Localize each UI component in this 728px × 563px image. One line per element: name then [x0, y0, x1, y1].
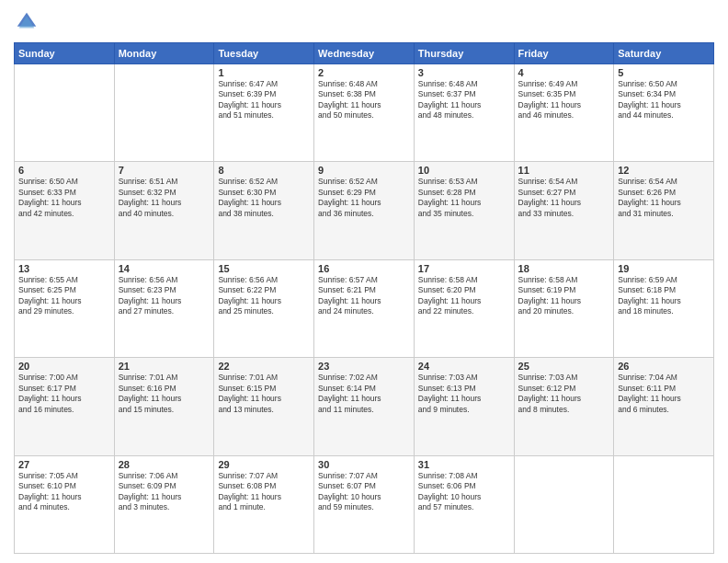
calendar-week-4: 20Sunrise: 7:00 AM Sunset: 6:17 PM Dayli…: [15, 358, 714, 455]
day-number: 5: [618, 67, 710, 78]
day-number: 11: [518, 165, 610, 176]
calendar-cell: [614, 455, 714, 553]
calendar-cell: 31Sunrise: 7:08 AM Sunset: 6:06 PM Dayli…: [414, 455, 514, 553]
day-number: 19: [618, 263, 710, 274]
cell-content: Sunrise: 6:55 AM Sunset: 6:25 PM Dayligh…: [18, 275, 110, 317]
day-number: 20: [18, 361, 110, 372]
day-number: 17: [418, 263, 510, 274]
calendar-cell: 3Sunrise: 6:48 AM Sunset: 6:37 PM Daylig…: [414, 64, 514, 162]
cell-content: Sunrise: 6:51 AM Sunset: 6:32 PM Dayligh…: [119, 177, 210, 219]
calendar-cell: 28Sunrise: 7:06 AM Sunset: 6:09 PM Dayli…: [114, 455, 214, 553]
calendar-header-monday: Monday: [114, 43, 214, 64]
day-number: 22: [218, 361, 310, 372]
calendar-cell: 17Sunrise: 6:58 AM Sunset: 6:20 PM Dayli…: [414, 259, 514, 357]
calendar-cell: 10Sunrise: 6:53 AM Sunset: 6:28 PM Dayli…: [414, 162, 514, 259]
day-number: 30: [318, 459, 410, 470]
cell-content: Sunrise: 6:57 AM Sunset: 6:21 PM Dayligh…: [318, 275, 410, 317]
cell-content: Sunrise: 6:50 AM Sunset: 6:33 PM Dayligh…: [18, 177, 110, 219]
calendar-cell: 27Sunrise: 7:05 AM Sunset: 6:10 PM Dayli…: [15, 455, 115, 553]
calendar-cell: 9Sunrise: 6:52 AM Sunset: 6:29 PM Daylig…: [314, 162, 415, 259]
day-number: 21: [119, 361, 210, 372]
calendar-week-5: 27Sunrise: 7:05 AM Sunset: 6:10 PM Dayli…: [15, 455, 714, 553]
logo: [14, 9, 43, 35]
cell-content: Sunrise: 6:50 AM Sunset: 6:34 PM Dayligh…: [618, 79, 710, 121]
cell-content: Sunrise: 6:58 AM Sunset: 6:19 PM Dayligh…: [518, 275, 610, 317]
calendar-cell: 15Sunrise: 6:56 AM Sunset: 6:22 PM Dayli…: [214, 259, 314, 357]
day-number: 31: [418, 459, 510, 470]
day-number: 6: [18, 165, 110, 176]
day-number: 10: [418, 165, 510, 176]
cell-content: Sunrise: 6:48 AM Sunset: 6:37 PM Dayligh…: [418, 79, 510, 121]
calendar-cell: 7Sunrise: 6:51 AM Sunset: 6:32 PM Daylig…: [114, 162, 214, 259]
cell-content: Sunrise: 7:01 AM Sunset: 6:16 PM Dayligh…: [119, 373, 210, 415]
cell-content: Sunrise: 7:08 AM Sunset: 6:06 PM Dayligh…: [418, 471, 510, 513]
day-number: 15: [218, 263, 310, 274]
calendar-week-2: 6Sunrise: 6:50 AM Sunset: 6:33 PM Daylig…: [15, 162, 714, 259]
calendar-cell: 22Sunrise: 7:01 AM Sunset: 6:15 PM Dayli…: [214, 358, 314, 455]
cell-content: Sunrise: 7:01 AM Sunset: 6:15 PM Dayligh…: [218, 373, 310, 415]
cell-content: Sunrise: 6:54 AM Sunset: 6:26 PM Dayligh…: [618, 177, 710, 219]
calendar-cell: 23Sunrise: 7:02 AM Sunset: 6:14 PM Dayli…: [314, 358, 415, 455]
cell-content: Sunrise: 6:49 AM Sunset: 6:35 PM Dayligh…: [518, 79, 610, 121]
page: SundayMondayTuesdayWednesdayThursdayFrid…: [0, 0, 728, 563]
logo-icon: [14, 9, 40, 35]
header: [14, 9, 714, 35]
day-number: 29: [218, 459, 310, 470]
calendar-header-wednesday: Wednesday: [314, 43, 415, 64]
calendar-cell: 21Sunrise: 7:01 AM Sunset: 6:16 PM Dayli…: [114, 358, 214, 455]
cell-content: Sunrise: 6:52 AM Sunset: 6:30 PM Dayligh…: [218, 177, 310, 219]
calendar-cell: 24Sunrise: 7:03 AM Sunset: 6:13 PM Dayli…: [414, 358, 514, 455]
day-number: 4: [518, 67, 610, 78]
cell-content: Sunrise: 7:07 AM Sunset: 6:07 PM Dayligh…: [318, 471, 410, 513]
calendar-cell: 2Sunrise: 6:48 AM Sunset: 6:38 PM Daylig…: [314, 64, 415, 162]
day-number: 27: [18, 459, 110, 470]
calendar-cell: 25Sunrise: 7:03 AM Sunset: 6:12 PM Dayli…: [514, 358, 614, 455]
cell-content: Sunrise: 6:47 AM Sunset: 6:39 PM Dayligh…: [218, 79, 310, 121]
calendar-cell: 12Sunrise: 6:54 AM Sunset: 6:26 PM Dayli…: [614, 162, 714, 259]
calendar-header-row: SundayMondayTuesdayWednesdayThursdayFrid…: [15, 43, 714, 64]
day-number: 1: [218, 67, 310, 78]
cell-content: Sunrise: 7:03 AM Sunset: 6:13 PM Dayligh…: [418, 373, 510, 415]
calendar-cell: 26Sunrise: 7:04 AM Sunset: 6:11 PM Dayli…: [614, 358, 714, 455]
cell-content: Sunrise: 7:07 AM Sunset: 6:08 PM Dayligh…: [218, 471, 310, 513]
calendar-cell: 6Sunrise: 6:50 AM Sunset: 6:33 PM Daylig…: [15, 162, 115, 259]
calendar-header-tuesday: Tuesday: [214, 43, 314, 64]
calendar-cell: 30Sunrise: 7:07 AM Sunset: 6:07 PM Dayli…: [314, 455, 415, 553]
calendar-cell: 29Sunrise: 7:07 AM Sunset: 6:08 PM Dayli…: [214, 455, 314, 553]
calendar-cell: 8Sunrise: 6:52 AM Sunset: 6:30 PM Daylig…: [214, 162, 314, 259]
day-number: 13: [18, 263, 110, 274]
calendar-header-thursday: Thursday: [414, 43, 514, 64]
cell-content: Sunrise: 6:58 AM Sunset: 6:20 PM Dayligh…: [418, 275, 510, 317]
cell-content: Sunrise: 7:03 AM Sunset: 6:12 PM Dayligh…: [518, 373, 610, 415]
cell-content: Sunrise: 6:54 AM Sunset: 6:27 PM Dayligh…: [518, 177, 610, 219]
calendar-cell: [15, 64, 115, 162]
cell-content: Sunrise: 6:59 AM Sunset: 6:18 PM Dayligh…: [618, 275, 710, 317]
calendar-cell: 4Sunrise: 6:49 AM Sunset: 6:35 PM Daylig…: [514, 64, 614, 162]
day-number: 3: [418, 67, 510, 78]
day-number: 12: [618, 165, 710, 176]
cell-content: Sunrise: 7:00 AM Sunset: 6:17 PM Dayligh…: [18, 373, 110, 415]
cell-content: Sunrise: 6:56 AM Sunset: 6:23 PM Dayligh…: [119, 275, 210, 317]
day-number: 9: [318, 165, 410, 176]
cell-content: Sunrise: 6:48 AM Sunset: 6:38 PM Dayligh…: [318, 79, 410, 121]
cell-content: Sunrise: 6:53 AM Sunset: 6:28 PM Dayligh…: [418, 177, 510, 219]
cell-content: Sunrise: 7:04 AM Sunset: 6:11 PM Dayligh…: [618, 373, 710, 415]
day-number: 18: [518, 263, 610, 274]
day-number: 28: [119, 459, 210, 470]
day-number: 8: [218, 165, 310, 176]
calendar-cell: 5Sunrise: 6:50 AM Sunset: 6:34 PM Daylig…: [614, 64, 714, 162]
cell-content: Sunrise: 7:06 AM Sunset: 6:09 PM Dayligh…: [119, 471, 210, 513]
day-number: 24: [418, 361, 510, 372]
calendar-header-sunday: Sunday: [15, 43, 115, 64]
day-number: 26: [618, 361, 710, 372]
calendar-cell: 11Sunrise: 6:54 AM Sunset: 6:27 PM Dayli…: [514, 162, 614, 259]
day-number: 14: [119, 263, 210, 274]
calendar-cell: [114, 64, 214, 162]
calendar-cell: [514, 455, 614, 553]
day-number: 16: [318, 263, 410, 274]
calendar-cell: 16Sunrise: 6:57 AM Sunset: 6:21 PM Dayli…: [314, 259, 415, 357]
day-number: 25: [518, 361, 610, 372]
calendar-cell: 13Sunrise: 6:55 AM Sunset: 6:25 PM Dayli…: [15, 259, 115, 357]
day-number: 23: [318, 361, 410, 372]
calendar-week-3: 13Sunrise: 6:55 AM Sunset: 6:25 PM Dayli…: [15, 259, 714, 357]
